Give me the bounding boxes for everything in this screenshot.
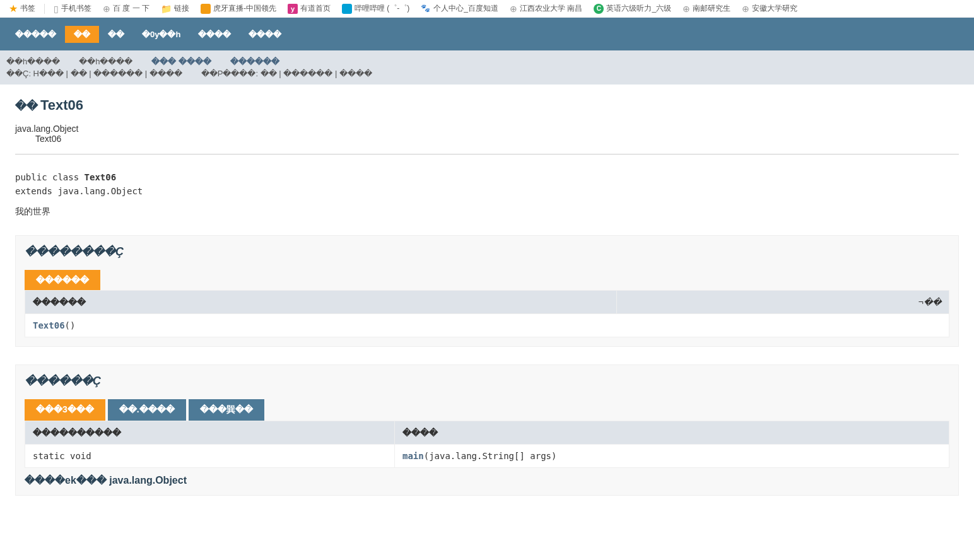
inheritance-tree: java.lang.Object Text06 [15,124,959,144]
tab-constructors[interactable]: ������ [25,270,100,290]
subnav-text-left: ��Ç: H��� | �� | ������ | ���� [6,69,182,78]
sub-nav: ��h���� ��h���� ��� ���� ������ ��Ç: H��… [0,50,974,85]
bookmark-label: 虎牙直播-中国领先 [213,3,276,14]
bookmark-label: 个人中心_百度知道 [433,3,498,14]
method-sig: (java.lang.String[] args) [424,451,557,461]
constructor-link[interactable]: Text06 [33,320,65,330]
bookmark-youdao[interactable]: y 有道首页 [284,2,334,15]
nav-item-5[interactable]: ���� [240,26,290,43]
360-icon: C [594,4,604,14]
sub-nav-row-2: ��Ç: H��� | �� | ������ | ���� ��P����: … [6,69,968,78]
method-tabs: ���3��� ��.���� ���巽�� [25,399,949,421]
method-link[interactable]: main [402,451,424,461]
nav-item-1[interactable]: �� [65,26,99,43]
subnav-link[interactable]: ������ [230,57,279,66]
subnav-text: ��h���� [79,57,132,66]
method-table: ���������� ���� static void main(java.la… [25,421,949,468]
top-nav: ����� �� �� �0y��h ���� ���� [0,18,974,50]
separator [44,4,45,14]
inheritance-parent: java.lang.Object [15,124,959,134]
class-name: Text06 [40,97,83,113]
th-desc: ¬�� [617,291,949,314]
bookmark-bili[interactable]: 哔哩哔哩 (゜-゜) [338,2,413,15]
bookmark-baidu-center[interactable]: 🐾 个人中心_百度知道 [417,2,502,15]
summary-title: ��������Ç [25,245,949,259]
class-description: 我的世界 [15,206,959,218]
globe-icon: ⊕ [103,4,110,14]
subnav-text: ��h���� [6,57,60,66]
tab-static-methods[interactable]: ��.���� [108,399,186,421]
tab-concrete-methods[interactable]: ���巽�� [189,399,264,421]
bookmark-label: 哔哩哔哩 (゜-゜) [355,3,409,14]
bookmark-njupt[interactable]: ⊕ 南邮研究生 [679,2,734,15]
constructor-table: ������ ¬�� Text06() [25,290,949,337]
nav-item-0[interactable]: ����� [6,26,65,43]
bookmark-label: 有道首页 [300,3,331,14]
sub-nav-row-1: ��h���� ��h���� ��� ���� ������ [6,57,968,66]
bookmark-label: 江西农业大学 南昌 [520,3,582,14]
bookmark-label: 安徽大学研究 [752,3,797,14]
globe-icon: ⊕ [742,4,749,14]
youdao-icon: y [288,4,298,14]
baidu-icon: 🐾 [421,4,431,14]
bookmark-huya[interactable]: 虎牙直播-中国领先 [197,2,280,15]
bookmark-links[interactable]: 📁 链接 [157,2,193,15]
bookmarks-bar: ★ 书签 ▯ 手机书签 ⊕ 百 度 一 下 📁 链接 虎牙直播-中国领先 y 有… [0,0,974,18]
bookmark-baidu[interactable]: ⊕ 百 度 一 下 [99,2,153,15]
globe-icon: ⊕ [510,4,517,14]
subnav-link[interactable]: ��� ���� [151,57,211,66]
bookmark-label: 书签 [20,3,35,14]
divider [15,154,959,155]
bookmark-ahu[interactable]: ⊕ 安徽大学研究 [738,2,801,15]
nav-item-2[interactable]: �� [99,26,133,43]
bookmark-jxau[interactable]: ⊕ 江西农业大学 南昌 [506,2,586,15]
globe-icon: ⊕ [683,4,690,14]
content: �� Text06 java.lang.Object Text06 public… [0,85,974,508]
class-title: �� Text06 [15,97,959,114]
nav-item-3[interactable]: �0y��h [133,26,189,43]
bookmark-cet6[interactable]: C 英语六级听力_六级 [590,2,675,15]
bili-icon [342,4,352,14]
table-row: static void main(java.lang.String[] args… [25,445,949,468]
cell-modifier: static void [25,445,395,468]
tab-all-methods[interactable]: ���3��� [25,399,105,421]
class-prefix: �� [15,100,38,112]
constructor-tabs: ������ [25,270,949,290]
bookmark-label: 百 度 一 下 [113,3,150,14]
th-constructor: ������ [25,291,617,314]
bookmark-label: 手机书签 [61,3,91,14]
phone-icon: ▯ [54,4,59,14]
bookmark-fav[interactable]: ★ 书签 [5,1,39,16]
table-row: Text06() [25,314,949,337]
inherited-methods-title: ����ek��� java.lang.Object [25,474,949,486]
bookmark-label: 链接 [174,3,189,14]
constructor-summary: ��������Ç ������ ������ ¬�� Text06() [15,235,959,347]
class-extends: extends java.lang.Object [15,186,959,196]
bookmark-phone[interactable]: ▯ 手机书签 [50,2,95,15]
decl-pre: public class [15,172,85,182]
class-declaration: public class Text06 [15,172,959,182]
nav-item-4[interactable]: ���� [189,26,240,43]
bookmark-label: 南邮研究生 [693,3,730,14]
star-icon: ★ [9,3,18,15]
subnav-text-right: ��P����: �� | ������ | ���� [201,69,372,78]
huya-icon [201,4,211,14]
constructor-paren: () [65,320,76,330]
th-modifier: ���������� [25,421,395,445]
decl-cls: Text06 [85,172,117,182]
inheritance-child: Text06 [35,134,959,144]
bookmark-label: 英语六级听力_六级 [606,3,671,14]
folder-icon: 📁 [161,4,172,14]
summary-title: ������Ç [25,374,949,388]
th-method: ���� [395,421,949,445]
method-summary: ������Ç ���3��� ��.���� ���巽�� ���������… [15,365,959,496]
